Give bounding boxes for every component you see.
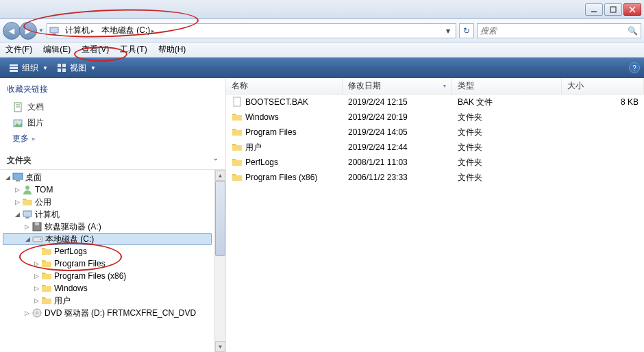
tree-twisty-icon[interactable]: ▷ bbox=[12, 199, 22, 205]
search-input[interactable] bbox=[480, 26, 628, 36]
forward-button[interactable]: ► bbox=[19, 22, 37, 40]
nav-history-dropdown[interactable]: ▼ bbox=[38, 27, 44, 34]
file-icon bbox=[232, 97, 243, 108]
help-button[interactable]: ? bbox=[629, 62, 640, 73]
file-row[interactable]: BOOTSECT.BAK2019/2/24 12:15BAK 文件8 KB bbox=[226, 95, 644, 110]
favorite-documents[interactable]: 文档 bbox=[7, 99, 219, 115]
favorites-more[interactable]: 更多» bbox=[7, 131, 219, 147]
search-icon[interactable]: 🔍 bbox=[628, 26, 638, 36]
tree-scrollbar[interactable]: ▲ ▼ bbox=[214, 170, 225, 352]
tree-twisty-icon[interactable]: ▷ bbox=[32, 273, 41, 279]
tree-twisty-icon[interactable]: ◢ bbox=[3, 174, 12, 181]
organize-icon bbox=[8, 62, 19, 73]
file-type: 文件夹 bbox=[452, 142, 562, 153]
tree-item--[interactable]: ▷用户 bbox=[3, 294, 212, 307]
tree-item-windows[interactable]: ▷Windows bbox=[3, 282, 212, 294]
close-button[interactable] bbox=[623, 3, 641, 16]
file-name: Program Files bbox=[245, 127, 297, 137]
file-list-pane: 名称 修改日期▾ 类型 大小 BOOTSECT.BAK2019/2/24 12:… bbox=[226, 78, 644, 352]
tree-twisty-icon[interactable]: ▷ bbox=[12, 186, 22, 193]
tree-item--[interactable]: ▷公用 bbox=[3, 196, 212, 208]
breadcrumb-dropdown[interactable]: ▾ bbox=[442, 26, 454, 36]
svg-rect-5 bbox=[52, 34, 56, 35]
folder-icon bbox=[41, 283, 52, 294]
menu-file[interactable]: 文件(F) bbox=[5, 44, 32, 55]
folder-icon bbox=[41, 295, 52, 306]
svg-rect-9 bbox=[58, 64, 61, 67]
tree-twisty-icon[interactable]: ◢ bbox=[12, 211, 22, 218]
breadcrumb-seg-computer[interactable]: 计算机▸ bbox=[62, 25, 99, 36]
tree-item-tom[interactable]: ▷TOM bbox=[3, 184, 212, 196]
svg-point-20 bbox=[25, 186, 29, 190]
column-name[interactable]: 名称 bbox=[226, 78, 343, 94]
tree-item-label: PerfLogs bbox=[54, 247, 87, 256]
views-button[interactable]: 视图▼ bbox=[52, 61, 100, 75]
file-type: BAK 文件 bbox=[452, 97, 562, 108]
menu-view[interactable]: 查看(V) bbox=[82, 44, 109, 55]
maximize-button[interactable] bbox=[604, 3, 622, 16]
svg-rect-8 bbox=[10, 70, 18, 72]
breadcrumb-seg-drive[interactable]: 本地磁盘 (C:)▸ bbox=[99, 25, 159, 36]
svg-rect-1 bbox=[610, 7, 616, 12]
breadcrumb[interactable]: 计算机▸ 本地磁盘 (C:)▸ ▾ bbox=[47, 23, 456, 38]
svg-rect-12 bbox=[62, 68, 66, 72]
tree-item-program-files[interactable]: ▷Program Files bbox=[3, 257, 212, 270]
folder-icon bbox=[232, 112, 243, 123]
tree-twisty-icon[interactable]: ▷ bbox=[32, 260, 41, 267]
tree-item-label: 公用 bbox=[35, 197, 51, 208]
menu-edit[interactable]: 编辑(E) bbox=[43, 44, 71, 55]
folder-icon bbox=[41, 258, 52, 269]
menu-tools[interactable]: 工具(T) bbox=[120, 44, 147, 55]
svg-rect-6 bbox=[10, 64, 18, 66]
chevron-down-icon: ▼ bbox=[90, 65, 96, 71]
tree-item-label: DVD 驱动器 (D:) FRTMCXFRE_CN_DVD bbox=[45, 307, 196, 319]
desktop-icon bbox=[12, 172, 23, 183]
file-row[interactable]: 用户2019/2/24 12:44文件夹 bbox=[226, 140, 644, 155]
tree-item-dvd-d-frtmcxfre_cn_dvd[interactable]: ▷DVD 驱动器 (D:) FRTMCXFRE_CN_DVD bbox=[3, 307, 212, 319]
scroll-track[interactable] bbox=[215, 181, 225, 341]
refresh-button[interactable]: ↻ bbox=[459, 23, 474, 38]
menu-bar: 文件(F) 编辑(E) 查看(V) 工具(T) 帮助(H) bbox=[0, 42, 644, 58]
file-date: 2019/2/24 14:05 bbox=[343, 127, 452, 137]
tree-item--[interactable]: ◢计算机 bbox=[3, 208, 212, 221]
organize-button[interactable]: 组织▼ bbox=[4, 61, 52, 75]
tree-twisty-icon[interactable]: ▷ bbox=[22, 310, 32, 316]
column-size[interactable]: 大小 bbox=[562, 78, 644, 94]
file-row[interactable]: PerfLogs2008/1/21 11:03文件夹 bbox=[226, 155, 644, 170]
tree-item-label: 用户 bbox=[54, 295, 71, 307]
menu-help[interactable]: 帮助(H) bbox=[158, 44, 186, 55]
user-icon bbox=[22, 184, 33, 195]
column-date[interactable]: 修改日期▾ bbox=[343, 78, 452, 94]
svg-point-26 bbox=[40, 239, 41, 240]
file-row[interactable]: Program Files (x86)2006/11/2 23:33文件夹 bbox=[226, 170, 644, 185]
file-date: 2019/2/24 20:19 bbox=[343, 112, 452, 122]
favorite-pictures[interactable]: 图片 bbox=[7, 115, 219, 131]
scroll-thumb[interactable] bbox=[215, 181, 225, 256]
computer-icon bbox=[22, 209, 33, 220]
tree-twisty-icon[interactable]: ◢ bbox=[23, 236, 32, 242]
folder-icon bbox=[232, 127, 243, 138]
file-name: 用户 bbox=[245, 142, 262, 153]
tree-item--[interactable]: ◢桌面 bbox=[3, 171, 212, 184]
scroll-up-button[interactable]: ▲ bbox=[215, 170, 225, 181]
document-icon bbox=[12, 102, 23, 113]
tree-item--c-[interactable]: ◢本地磁盘 (C:) bbox=[3, 233, 212, 245]
collapse-icon[interactable]: ⌄ bbox=[213, 155, 219, 162]
tree-item-perflogs[interactable]: PerfLogs bbox=[3, 245, 212, 257]
column-type[interactable]: 类型 bbox=[452, 78, 562, 94]
tree-item--a-[interactable]: ▷软盘驱动器 (A:) bbox=[3, 221, 212, 233]
sort-indicator-icon: ▾ bbox=[443, 83, 446, 89]
search-box[interactable]: 🔍 bbox=[477, 23, 641, 38]
minimize-button[interactable] bbox=[585, 3, 603, 16]
scroll-down-button[interactable]: ▼ bbox=[215, 341, 225, 352]
tree-twisty-icon[interactable]: ▷ bbox=[32, 285, 41, 292]
tree-twisty-icon[interactable]: ▷ bbox=[32, 297, 41, 304]
folders-header[interactable]: 文件夹 ⌄ bbox=[0, 151, 225, 169]
navigation-bar: ◄ ► ▼ 计算机▸ 本地磁盘 (C:)▸ ▾ ↻ 🔍 bbox=[0, 19, 644, 42]
tree-item-program-files-x86-[interactable]: ▷Program Files (x86) bbox=[3, 270, 212, 282]
tree-twisty-icon[interactable]: ▷ bbox=[22, 223, 32, 230]
file-row[interactable]: Program Files2019/2/24 14:05文件夹 bbox=[226, 125, 644, 140]
svg-rect-21 bbox=[23, 211, 32, 216]
back-button[interactable]: ◄ bbox=[3, 22, 21, 40]
file-row[interactable]: Windows2019/2/24 20:19文件夹 bbox=[226, 110, 644, 125]
